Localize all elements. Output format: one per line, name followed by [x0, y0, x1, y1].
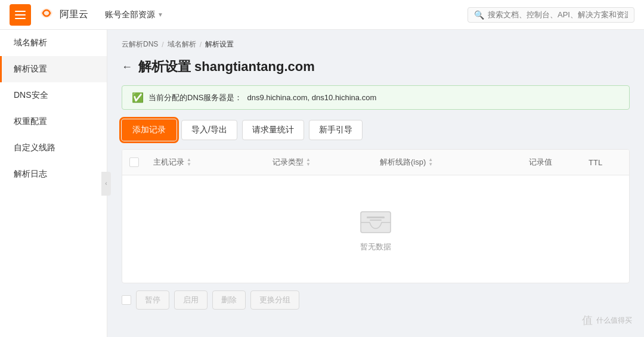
watermark-icon: 值: [582, 313, 593, 327]
delete-button[interactable]: 删除: [212, 290, 246, 310]
add-record-button[interactable]: 添加记录: [122, 119, 177, 141]
table-col-host: 主机记录 ▲▼: [146, 157, 265, 168]
breadcrumb-domain[interactable]: 域名解析: [168, 39, 196, 50]
bottom-select-all-checkbox[interactable]: [122, 295, 131, 305]
import-export-button[interactable]: 导入/导出: [181, 120, 237, 140]
line-sort-icon[interactable]: ▲▼: [428, 157, 433, 167]
host-sort-icon[interactable]: ▲▼: [187, 157, 191, 167]
dns-servers: dns9.hichina.com, dns10.hichina.com: [247, 93, 376, 102]
logo-area: 阿里云: [38, 7, 88, 22]
page-header: ← 解析设置 shangtiantang.com: [122, 58, 630, 76]
watermark: 值 什么值得买: [582, 313, 632, 327]
empty-state: 暂无数据: [334, 182, 417, 276]
empty-text: 暂无数据: [360, 242, 391, 252]
back-arrow-icon[interactable]: ←: [122, 61, 132, 73]
sidebar-collapse-handle[interactable]: ‹: [101, 172, 111, 196]
table-col-checkbox: [122, 157, 146, 168]
dns-info-bar: ✅ 当前分配的DNS服务器是： dns9.hichina.com, dns10.…: [122, 85, 630, 110]
dns-info-prefix: 当前分配的DNS服务器是：: [148, 92, 242, 103]
menu-button[interactable]: [10, 4, 31, 26]
type-sort-icon[interactable]: ▲▼: [306, 157, 311, 167]
table-col-value: 记录值: [522, 157, 581, 168]
account-menu[interactable]: 账号全部资源 ▼: [100, 10, 168, 20]
chevron-down-icon: ▼: [157, 11, 163, 18]
table-header-checkbox[interactable]: [129, 157, 139, 167]
check-circle-icon: ✅: [132, 92, 144, 103]
enable-button[interactable]: 启用: [174, 290, 208, 310]
svg-rect-2: [370, 219, 382, 221]
account-menu-label: 账号全部资源: [105, 10, 155, 20]
page-title: 解析设置 shangtiantang.com: [138, 58, 315, 76]
watermark-text: 什么值得买: [596, 316, 632, 326]
table-body: 暂无数据: [122, 175, 629, 283]
pause-button[interactable]: 暂停: [136, 290, 169, 310]
empty-inbox-icon: [358, 206, 394, 236]
main-content: 云解析DNS / 域名解析 / 解析设置 ← 解析设置 shangtiantan…: [107, 30, 644, 337]
sidebar: 域名解析 解析设置 DNS安全 权重配置 自定义线路 解析日志 ‹: [0, 30, 107, 337]
table-col-ttl: TTL: [581, 157, 629, 168]
change-group-button[interactable]: 更换分组: [250, 290, 299, 310]
breadcrumb-sep-1: /: [162, 41, 163, 49]
main-layout: 域名解析 解析设置 DNS安全 权重配置 自定义线路 解析日志 ‹ 云解析DNS…: [0, 30, 644, 337]
breadcrumb: 云解析DNS / 域名解析 / 解析设置: [122, 39, 630, 50]
sidebar-item-parse-settings[interactable]: 解析设置: [0, 56, 107, 82]
sidebar-item-domain-resolve[interactable]: 域名解析: [0, 30, 107, 56]
table-col-line: 解析线路(isp) ▲▼: [373, 157, 522, 168]
top-navigation: 阿里云 账号全部资源 ▼ 🔍: [0, 0, 644, 30]
aliyun-logo-icon: [38, 7, 55, 22]
records-table: 主机记录 ▲▼ 记录类型 ▲▼ 解析线路(isp) ▲▼ 记录值 TTL: [122, 149, 630, 283]
bottom-toolbar: 暂停 启用 删除 更换分组: [122, 290, 630, 310]
search-box: 🔍: [467, 7, 634, 23]
logo-text: 阿里云: [60, 8, 88, 21]
sidebar-item-dns-security[interactable]: DNS安全: [0, 82, 107, 109]
table-col-type: 记录类型 ▲▼: [265, 157, 373, 168]
search-input[interactable]: [488, 10, 628, 19]
breadcrumb-current: 解析设置: [205, 39, 234, 50]
breadcrumb-dns[interactable]: 云解析DNS: [122, 39, 158, 50]
request-stats-button[interactable]: 请求量统计: [242, 120, 304, 140]
table-header: 主机记录 ▲▼ 记录类型 ▲▼ 解析线路(isp) ▲▼ 记录值 TTL: [122, 150, 629, 175]
breadcrumb-sep-2: /: [200, 41, 202, 49]
search-icon: 🔍: [474, 10, 484, 20]
sidebar-item-custom-line[interactable]: 自定义线路: [0, 135, 107, 161]
new-guide-button[interactable]: 新手引导: [309, 120, 363, 140]
sidebar-item-parse-log[interactable]: 解析日志: [0, 161, 107, 187]
toolbar: 添加记录 导入/导出 请求量统计 新手引导: [122, 119, 630, 141]
svg-rect-1: [367, 217, 385, 218]
sidebar-item-weight-config[interactable]: 权重配置: [0, 109, 107, 135]
